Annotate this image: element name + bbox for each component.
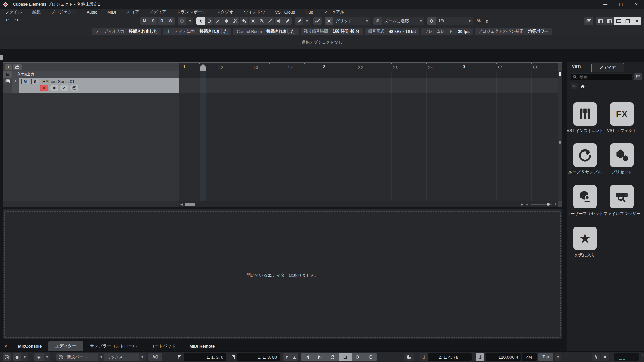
scroll-left-button[interactable]: ◀	[179, 203, 184, 206]
cycle-region-marker[interactable]	[200, 64, 206, 71]
color-menu-dropdown[interactable]: ▼	[304, 17, 310, 25]
media-tile-favorites[interactable]: ★	[573, 227, 597, 250]
track-name[interactable]: HALion Sonic 01	[42, 79, 75, 84]
setup-window-layout-button[interactable]	[632, 17, 641, 25]
midi-insert-dropdown-arrow[interactable]: ▼	[98, 353, 105, 361]
tool-erase-button[interactable]	[222, 17, 231, 25]
left-zone-handle[interactable]	[0, 55, 3, 60]
menu-item-project[interactable]: プロジェクト	[46, 9, 82, 16]
media-tile-vst-instruments[interactable]	[573, 102, 597, 126]
search-input[interactable]	[578, 74, 632, 81]
tool-play-button[interactable]	[275, 17, 283, 25]
quantize-panel-button[interactable]: e	[485, 18, 489, 24]
horizontal-zoom-slider[interactable]	[531, 204, 552, 205]
media-tile-file-browser[interactable]	[610, 185, 634, 208]
audio-record-mode-dropdown[interactable]: ▼	[44, 353, 50, 361]
transport-clock-button[interactable]	[3, 353, 11, 361]
vertical-zoom-handle[interactable]	[559, 141, 561, 144]
inspector-zone-button[interactable]	[605, 17, 614, 25]
menu-item-midi[interactable]: MIDI	[102, 9, 121, 16]
left-locator-display[interactable]: 1. 1. 3. 0	[184, 353, 226, 361]
menu-item-media[interactable]: メディア	[144, 9, 171, 16]
menu-item-hub[interactable]: Hub	[301, 9, 318, 16]
snap-type-dropdown[interactable]: グリッド ▼	[333, 17, 370, 25]
metronome-settings-button[interactable]	[601, 353, 609, 361]
vertical-scroll-thumb[interactable]	[559, 72, 561, 76]
zoom-out-button[interactable]: −	[525, 202, 530, 207]
maximize-button[interactable]: ▢	[613, 0, 629, 9]
autoscroll-button[interactable]	[178, 17, 186, 25]
media-tile-user-presets[interactable]	[573, 185, 597, 208]
record-arm-button[interactable]	[40, 85, 48, 91]
metronome-button[interactable]	[592, 353, 600, 361]
menu-item-audio[interactable]: Audio	[82, 9, 102, 16]
timeline-ruler[interactable]: 11.21.31.422.22.32.433.23.3	[179, 63, 558, 72]
left-zone-button[interactable]	[596, 17, 605, 25]
record-button[interactable]	[364, 353, 377, 361]
tool-color-button[interactable]	[283, 17, 292, 25]
right-locator-display[interactable]: 1. 1. 3. 80	[237, 353, 280, 361]
tool-mute-button[interactable]	[249, 17, 257, 25]
media-tile-vst-effects[interactable]: FX	[610, 102, 634, 126]
undo-button[interactable]: ↶	[4, 17, 11, 23]
record-mode-button[interactable]: ●	[13, 353, 21, 361]
media-tile-presets[interactable]	[610, 143, 634, 167]
menu-item-score[interactable]: スコア	[121, 9, 144, 16]
tool-draw-button[interactable]	[214, 17, 222, 25]
play-button[interactable]	[352, 353, 364, 361]
tempo-mode-dropdown[interactable]: ▼	[555, 353, 561, 361]
io-folder-track-row[interactable]: 入力/出力	[3, 71, 179, 78]
lower-zone-button[interactable]	[614, 17, 623, 25]
tab-editor[interactable]: エディター	[48, 341, 83, 351]
event-display[interactable]	[179, 71, 558, 201]
quantize-preset-dropdown[interactable]: 1/8 ▼	[436, 17, 473, 25]
tempo-display[interactable]: 120.000 ▲▼	[486, 353, 521, 361]
zoom-in-button[interactable]: +	[553, 202, 558, 207]
goto-previous-marker-button[interactable]	[301, 353, 313, 361]
instrument-track-row[interactable]: 1 M S HALion Sonic 01 e	[3, 78, 179, 93]
tab-media[interactable]: メディア	[591, 63, 624, 72]
tab-sampler-control[interactable]: サンプラーコントロール	[83, 341, 144, 351]
tool-select-button[interactable]	[196, 17, 205, 25]
list-view-button[interactable]	[634, 73, 642, 80]
cycle-button[interactable]	[326, 353, 339, 361]
monitor-button[interactable]	[50, 85, 58, 91]
time-format-note-icon[interactable]: ♩	[420, 353, 428, 361]
primary-time-display[interactable]: 2. 1. 4. 78	[428, 353, 472, 361]
open-instrument-button[interactable]	[70, 85, 78, 91]
back-button[interactable]: ←	[571, 83, 578, 89]
global-solo-button[interactable]: S	[149, 17, 158, 25]
tool-split-button[interactable]	[231, 17, 240, 25]
tab-midi-remote[interactable]: MIDI Remote	[182, 341, 221, 351]
track-mute-button[interactable]: M	[21, 79, 29, 84]
automation-write-button[interactable]: W	[166, 17, 175, 25]
zoom-slider-handle[interactable]	[547, 203, 550, 206]
right-zone-button[interactable]	[623, 17, 632, 25]
menu-item-transport[interactable]: トランスポート	[171, 9, 211, 16]
global-mute-button[interactable]: M	[140, 17, 149, 25]
tool-line-button[interactable]	[266, 17, 275, 25]
grid-type-dropdown[interactable]: ズームに適応 ▼	[382, 17, 424, 25]
edit-channel-button[interactable]: e	[60, 85, 68, 91]
record-mode-dropdown[interactable]: ▼	[21, 353, 28, 361]
auto-quantize-button[interactable]: AQ	[148, 353, 162, 361]
color-menu-button[interactable]	[295, 17, 304, 25]
tool-glue-button[interactable]	[240, 17, 249, 25]
quantize-q-button[interactable]: Q	[427, 17, 436, 25]
iterative-quantize-button[interactable]: %	[476, 19, 482, 23]
tool-zoom-button[interactable]	[257, 17, 266, 25]
menu-item-manual[interactable]: マニュアル	[318, 9, 350, 16]
goto-next-marker-button[interactable]	[313, 353, 326, 361]
menu-item-file[interactable]: ファイル	[0, 9, 27, 16]
time-signature-display[interactable]: 4/4	[522, 353, 537, 361]
stop-button[interactable]	[339, 353, 352, 361]
redo-button[interactable]: ↷	[13, 17, 20, 23]
automation-read-button[interactable]: R	[158, 17, 166, 25]
onscreen-keyboard-button[interactable]	[584, 17, 593, 25]
use-track-preset-button[interactable]	[13, 64, 22, 70]
performance-meter[interactable]	[614, 353, 639, 361]
autoscroll-dropdown[interactable]: ▼	[186, 17, 193, 25]
tab-mixconsole[interactable]: MixConsole	[11, 341, 48, 351]
tempo-track-button[interactable]	[476, 353, 484, 361]
vertical-scrollbar[interactable]	[558, 71, 562, 201]
